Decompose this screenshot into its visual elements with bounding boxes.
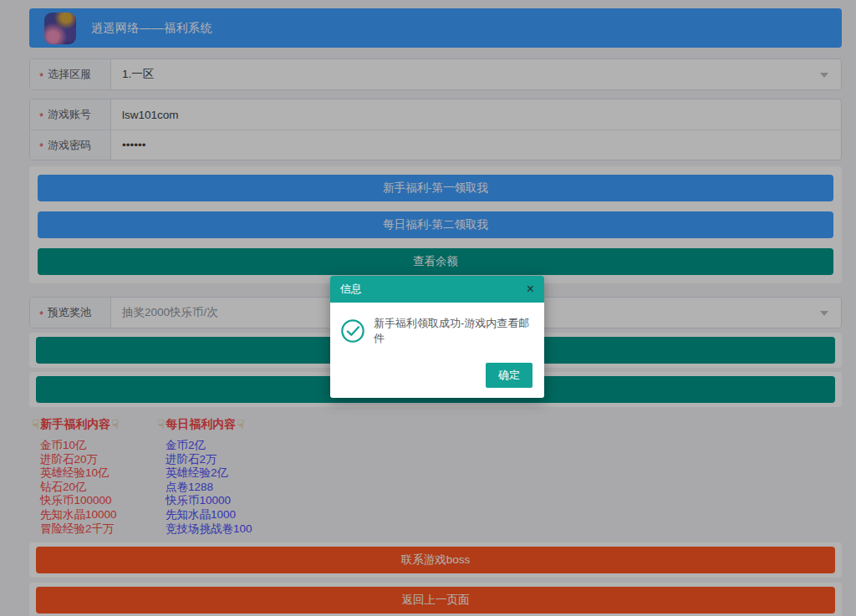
close-icon[interactable]: × bbox=[527, 283, 534, 296]
success-check-icon bbox=[340, 318, 365, 344]
dialog-message: 新手福利领取成功-游戏内查看邮件 bbox=[374, 316, 532, 346]
dialog-body: 新手福利领取成功-游戏内查看邮件 bbox=[330, 303, 544, 351]
dialog-footer: 确定 bbox=[330, 351, 544, 398]
dialog-title: 信息 bbox=[340, 282, 362, 297]
dialog-header: 信息 × bbox=[330, 276, 544, 303]
message-dialog: 信息 × 新手福利领取成功-游戏内查看邮件 确定 bbox=[330, 276, 544, 398]
confirm-button[interactable]: 确定 bbox=[486, 363, 532, 388]
